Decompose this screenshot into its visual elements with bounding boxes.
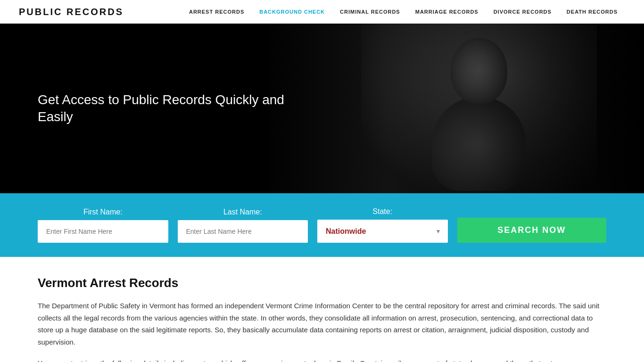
first-name-field: First Name: (38, 208, 168, 243)
nav-arrest-records[interactable]: ARREST RECORDS (182, 0, 252, 24)
hero-section: Get Access to Public Records Quickly and… (0, 24, 644, 193)
last-name-field: Last Name: (178, 208, 308, 243)
last-name-input[interactable] (178, 220, 308, 243)
nav-death-records[interactable]: DEATH RECORDS (559, 0, 625, 24)
content-paragraph-1: The Department of Public Safety in Vermo… (38, 300, 606, 348)
site-logo: PUBLIC RECORDS (19, 7, 124, 17)
nav-divorce-records[interactable]: DIVORCE RECORDS (486, 0, 559, 24)
hero-content: Get Access to Public Records Quickly and… (38, 91, 297, 126)
content-heading: Vermont Arrest Records (38, 276, 606, 290)
main-content: Vermont Arrest Records The Department of… (0, 257, 644, 362)
search-bar: First Name: Last Name: State: Nationwide… (0, 193, 644, 257)
content-paragraph-2: You cannot retrieve the following detail… (38, 357, 606, 362)
first-name-input[interactable] (38, 220, 168, 243)
hero-title: Get Access to Public Records Quickly and… (38, 91, 297, 126)
main-nav: ARREST RECORDS BACKGROUND CHECK CRIMINAL… (182, 0, 625, 24)
first-name-label: First Name: (38, 208, 168, 216)
header: PUBLIC RECORDS ARREST RECORDS BACKGROUND… (0, 0, 644, 24)
state-field: State: Nationwide Alabama Alaska Arizona… (317, 207, 448, 243)
state-label: State: (317, 207, 448, 216)
nav-criminal-records[interactable]: CRIMINAL RECORDS (332, 0, 408, 24)
state-select[interactable]: Nationwide Alabama Alaska Arizona Arkans… (317, 220, 448, 243)
nav-background-check[interactable]: BACKGROUND CHECK (252, 0, 332, 24)
state-select-wrapper: Nationwide Alabama Alaska Arizona Arkans… (317, 220, 448, 243)
search-button[interactable]: SEARCH NOW (457, 218, 607, 243)
last-name-label: Last Name: (178, 208, 308, 216)
nav-marriage-records[interactable]: MARRIAGE RECORDS (408, 0, 486, 24)
